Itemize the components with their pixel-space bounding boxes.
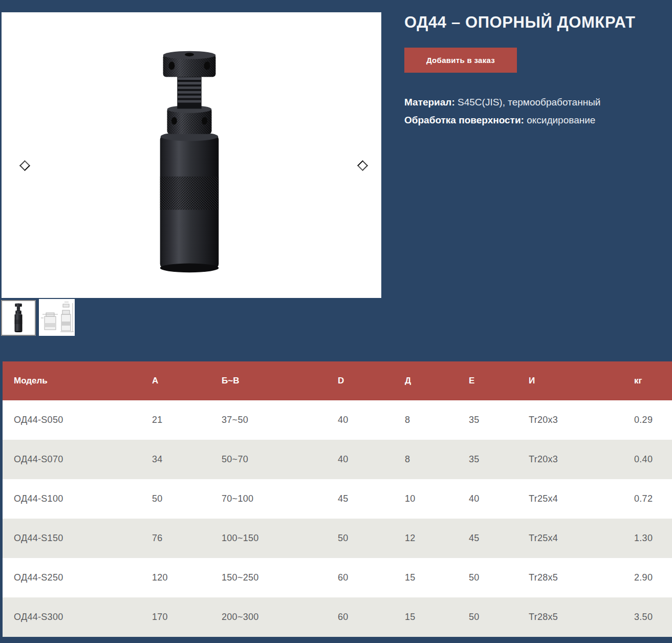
table-cell: 50 xyxy=(458,597,517,637)
column-header: И xyxy=(517,361,623,400)
table-cell: 34 xyxy=(141,440,210,479)
table-cell: 100~150 xyxy=(210,519,327,558)
table-cell: 120 xyxy=(141,558,210,597)
column-header: Е xyxy=(458,361,517,400)
table-row: ОД44-S1005070~100451040Tr25x40.72135 xyxy=(3,479,672,519)
table-cell: ОД44-S100 xyxy=(3,479,141,519)
spec-table: МодельАБ~ВDДЕИкгНУ ОД44-S0502137~5040835… xyxy=(3,361,672,637)
thumbnail-drawing[interactable] xyxy=(39,299,75,336)
table-cell: ОД44-S300 xyxy=(3,597,141,637)
spec-table-section: МодельАБ~ВDДЕИкгНУ ОД44-S0502137~5040835… xyxy=(3,361,669,637)
jack-thumbnail-image xyxy=(13,303,24,333)
column-header: А xyxy=(141,361,210,400)
table-cell: 170 xyxy=(141,597,210,637)
table-row: ОД44-S250120150~250601550Tr28x52.90155 xyxy=(3,558,672,597)
table-cell: 1.30 xyxy=(623,519,672,558)
table-cell: 8 xyxy=(394,400,458,440)
product-info: ОД44 – ОПОРНЫЙ ДОМКРАТ Добавить в заказ … xyxy=(404,13,663,129)
table-cell: 40 xyxy=(327,400,394,440)
image-gallery xyxy=(2,12,381,298)
table-cell: 35 xyxy=(458,400,517,440)
gallery-next-button[interactable] xyxy=(357,160,368,171)
table-cell: 50 xyxy=(141,479,210,519)
table-cell: Tr25x4 xyxy=(517,479,623,519)
table-cell: 45 xyxy=(327,479,394,519)
table-cell: 10 xyxy=(394,479,458,519)
column-header: Модель xyxy=(3,361,141,400)
spec-material: Материал: S45C(JIS), термообработанный xyxy=(404,93,663,111)
table-cell: 15 xyxy=(394,558,458,597)
table-cell: 0.72 xyxy=(623,479,672,519)
table-cell: 2.90 xyxy=(623,558,672,597)
table-cell: 40 xyxy=(327,440,394,479)
table-cell: 150~250 xyxy=(210,558,327,597)
spec-table-body: ОД44-S0502137~5040835Tr20x30.2972ОД44-S0… xyxy=(3,400,672,637)
table-row: ОД44-S15076100~150501245Tr25x41.30135 xyxy=(3,519,672,558)
table-cell: Tr25x4 xyxy=(517,519,623,558)
table-cell: 40 xyxy=(458,479,517,519)
table-row: ОД44-S300170200~300601550Tr28x53.50155 xyxy=(3,597,672,637)
table-cell: ОД44-S070 xyxy=(3,440,141,479)
table-cell: 15 xyxy=(394,597,458,637)
table-cell: 3.50 xyxy=(623,597,672,637)
column-header: Б~В xyxy=(210,361,327,400)
add-to-order-button[interactable]: Добавить в заказ xyxy=(404,48,517,73)
table-cell: Tr28x5 xyxy=(517,558,623,597)
spec-table-head: МодельАБ~ВDДЕИкгНУ xyxy=(3,361,672,400)
table-cell: 8 xyxy=(394,440,458,479)
table-cell: 50~70 xyxy=(210,440,327,479)
table-cell: 76 xyxy=(141,519,210,558)
header-row: МодельАБ~ВDДЕИкгНУ xyxy=(3,361,672,400)
table-cell: 12 xyxy=(394,519,458,558)
table-row: ОД44-S0703450~7040835Tr20x30.4072 xyxy=(3,440,672,479)
table-cell: ОД44-S050 xyxy=(3,400,141,440)
table-cell: 0.29 xyxy=(623,400,672,440)
table-cell: Tr20x3 xyxy=(517,400,623,440)
spec-material-label: Материал: xyxy=(404,97,455,108)
table-cell: 21 xyxy=(141,400,210,440)
spec-surface-value: оксидирование xyxy=(524,115,595,125)
column-header: D xyxy=(327,361,394,400)
table-cell: 37~50 xyxy=(210,400,327,440)
spec-surface-label: Обработка поверхности: xyxy=(404,115,524,125)
product-specs: Материал: S45C(JIS), термообработанный О… xyxy=(404,93,663,129)
page-title: ОД44 – ОПОРНЫЙ ДОМКРАТ xyxy=(404,13,663,32)
table-cell: 60 xyxy=(327,597,394,637)
table-cell: Tr20x3 xyxy=(517,440,623,479)
table-cell: Tr28x5 xyxy=(517,597,623,637)
table-cell: ОД44-S150 xyxy=(3,519,141,558)
product-page: ОД44 – ОПОРНЫЙ ДОМКРАТ Добавить в заказ … xyxy=(0,0,672,643)
table-cell: 0.40 xyxy=(623,440,672,479)
spec-surface: Обработка поверхности: оксидирование xyxy=(404,111,663,129)
table-cell: 200~300 xyxy=(210,597,327,637)
table-cell: 60 xyxy=(327,558,394,597)
column-header: Д xyxy=(394,361,458,400)
product-image xyxy=(149,48,230,277)
gallery-prev-button[interactable] xyxy=(19,160,30,171)
table-cell: 50 xyxy=(327,519,394,558)
table-cell: ОД44-S250 xyxy=(3,558,141,597)
technical-drawing-image xyxy=(39,299,75,336)
table-cell: 45 xyxy=(458,519,517,558)
thumbnail-photo[interactable] xyxy=(1,300,36,336)
table-cell: 70~100 xyxy=(210,479,327,519)
table-cell: 35 xyxy=(458,440,517,479)
table-cell: 50 xyxy=(458,558,517,597)
column-header: кг xyxy=(623,361,672,400)
spec-material-value: S45C(JIS), термообработанный xyxy=(455,97,601,108)
table-row: ОД44-S0502137~5040835Tr20x30.2972 xyxy=(3,400,672,440)
